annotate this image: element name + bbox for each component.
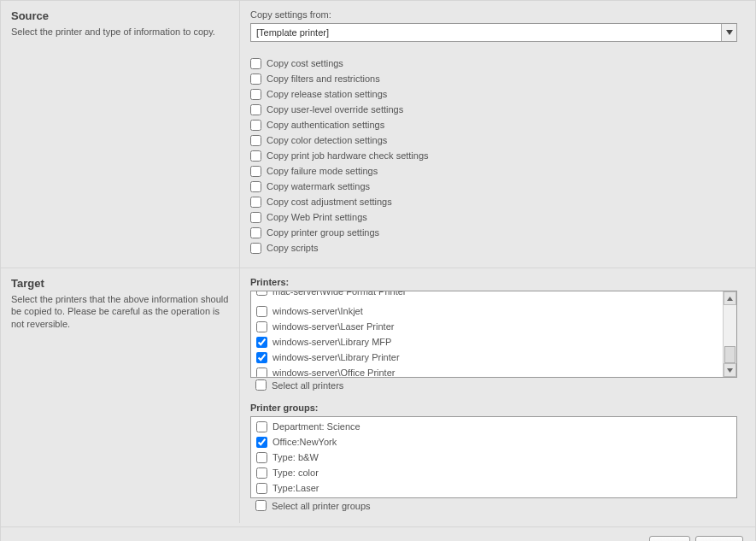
printer-checkbox[interactable] (256, 352, 267, 363)
option-web-print[interactable]: Copy Web Print settings (250, 209, 745, 225)
source-left: Source Select the printer and type of in… (1, 1, 240, 268)
select-all-printers-label: Select all printers (272, 380, 343, 391)
group-checkbox[interactable] (256, 483, 267, 494)
option-hardware-check-checkbox[interactable] (250, 150, 261, 162)
option-printer-group-checkbox[interactable] (250, 227, 261, 238)
option-cost-adjustment-checkbox[interactable] (250, 197, 261, 208)
target-title: Target (11, 277, 229, 290)
option-filters-checkbox[interactable] (250, 74, 261, 85)
source-options-list: Copy cost settings Copy filters and rest… (250, 56, 745, 256)
scroll-thumb[interactable] (724, 346, 735, 363)
scroll-track[interactable] (724, 305, 736, 363)
option-filters[interactable]: Copy filters and restrictions (250, 71, 745, 86)
option-color-detection-checkbox[interactable] (250, 135, 261, 146)
target-left: Target Select the printers that the abov… (1, 268, 240, 523)
group-row[interactable]: Office:NewYork (251, 434, 736, 450)
printer-checkbox[interactable] (256, 291, 267, 296)
copy-button[interactable]: Copy (649, 536, 690, 541)
option-auth[interactable]: Copy authentication settings (250, 117, 745, 132)
printer-checkbox[interactable] (256, 306, 267, 317)
select-all-groups-label: Select all printer groups (272, 501, 371, 511)
scroll-down-icon[interactable] (724, 363, 736, 377)
option-cost-adjustment[interactable]: Copy cost adjustment settings (250, 194, 745, 209)
option-release-station[interactable]: Copy release station settings (250, 86, 745, 102)
printer-checkbox[interactable] (256, 321, 267, 332)
printer-row[interactable]: windows-server\Library Printer (251, 350, 723, 365)
footer: Copy Cancel (1, 526, 755, 541)
target-right: Printers: mac-server\Wide Format Printer… (240, 268, 755, 523)
option-scripts-checkbox[interactable] (250, 243, 261, 254)
option-cost-settings[interactable]: Copy cost settings (250, 56, 745, 71)
option-scripts[interactable]: Copy scripts (250, 240, 745, 256)
printer-row[interactable]: windows-server\Laser Printer (251, 319, 723, 334)
printer-row[interactable]: windows-server\Inkjet (251, 303, 723, 319)
source-desc: Select the printer and type of informati… (11, 26, 229, 38)
option-user-override[interactable]: Copy user-level override settings (250, 102, 745, 117)
groups-label: Printer groups: (250, 403, 745, 413)
printer-checkbox[interactable] (256, 337, 267, 348)
option-printer-group[interactable]: Copy printer group settings (250, 225, 745, 240)
source-section: Source Select the printer and type of in… (1, 1, 755, 268)
chevron-down-icon[interactable] (721, 24, 736, 41)
source-title: Source (11, 9, 229, 22)
group-checkbox[interactable] (256, 437, 267, 448)
option-failure-mode-checkbox[interactable] (250, 166, 261, 177)
select-all-printers-checkbox[interactable] (255, 379, 267, 391)
template-select-value: [Template printer] (251, 27, 721, 38)
group-row[interactable]: Type:Laser (251, 480, 736, 496)
option-failure-mode[interactable]: Copy failure mode settings (250, 163, 745, 179)
source-right: Copy settings from: [Template printer] C… (240, 1, 755, 268)
group-row[interactable]: Department: Science (251, 419, 736, 434)
printers-label: Printers: (250, 277, 745, 287)
printer-groups-listbox[interactable]: Department: Science Office:NewYork Type:… (250, 416, 737, 498)
target-desc: Select the printers that the above infor… (11, 293, 229, 330)
select-all-printers-row[interactable]: Select all printers (250, 379, 745, 391)
printer-row[interactable]: windows-server\Office Printer (251, 365, 723, 377)
printer-checkbox[interactable] (256, 368, 267, 378)
option-release-station-checkbox[interactable] (250, 89, 261, 100)
option-color-detection[interactable]: Copy color detection settings (250, 132, 745, 148)
group-checkbox[interactable] (256, 452, 267, 463)
copy-from-label: Copy settings from: (250, 9, 745, 20)
option-web-print-checkbox[interactable] (250, 212, 261, 223)
target-section: Target Select the printers that the abov… (1, 268, 755, 523)
select-all-groups-row[interactable]: Select all printer groups (250, 500, 745, 511)
option-user-override-checkbox[interactable] (250, 104, 261, 115)
scroll-up-icon[interactable] (724, 291, 736, 305)
printers-listbox[interactable]: mac-server\Wide Format Printer windows-s… (250, 291, 737, 378)
template-select[interactable]: [Template printer] (250, 23, 737, 42)
option-watermark[interactable]: Copy watermark settings (250, 179, 745, 194)
option-auth-checkbox[interactable] (250, 120, 261, 131)
select-all-groups-checkbox[interactable] (255, 500, 267, 511)
printer-row[interactable]: mac-server\Wide Format Printer (251, 291, 723, 303)
option-hardware-check[interactable]: Copy print job hardware check settings (250, 148, 745, 163)
printer-row[interactable]: windows-server\Library MFP (251, 334, 723, 350)
group-row[interactable]: Type: color (251, 465, 736, 480)
printers-scrollbar[interactable] (723, 291, 736, 377)
cancel-button[interactable]: Cancel (695, 536, 743, 541)
group-row[interactable]: Type: b&W (251, 450, 736, 465)
option-cost-settings-checkbox[interactable] (250, 58, 261, 69)
group-checkbox[interactable] (256, 421, 267, 432)
group-checkbox[interactable] (256, 467, 267, 479)
option-watermark-checkbox[interactable] (250, 181, 261, 192)
